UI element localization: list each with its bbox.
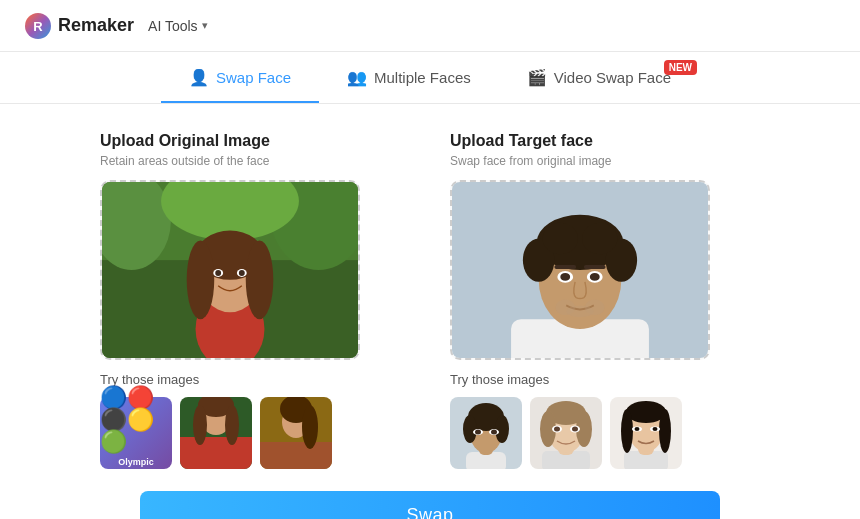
svg-point-11 — [187, 240, 215, 319]
svg-point-22 — [193, 405, 207, 445]
target-upload-section: Upload Target face Swap face from origin… — [450, 132, 760, 469]
svg-rect-25 — [260, 442, 332, 469]
original-upload-box[interactable] — [100, 180, 360, 360]
target-upload-subtitle: Swap face from original image — [450, 154, 760, 168]
olympic-label: Olympicimages — [118, 457, 154, 479]
video-icon: 🎬 — [527, 68, 547, 87]
sample-original-2[interactable] — [260, 397, 332, 469]
sample-target-photo-2 — [530, 397, 602, 469]
original-upload-section: Upload Original Image Retain areas outsi… — [100, 132, 410, 469]
svg-point-38 — [582, 223, 617, 255]
svg-point-43 — [560, 273, 570, 281]
logo-icon: R — [24, 12, 52, 40]
tab-video-swap-face[interactable]: 🎬 Video Swap Face NEW — [499, 52, 699, 103]
sample-target-1[interactable] — [450, 397, 522, 469]
svg-point-37 — [543, 223, 578, 255]
olympic-images-thumb[interactable]: 🔵🔴⚫🟡🟢 Olympicimages — [100, 397, 172, 469]
target-upload-title: Upload Target face — [450, 132, 760, 150]
sample-original-1[interactable] — [180, 397, 252, 469]
sample-original-photo-1 — [180, 397, 252, 469]
svg-point-15 — [215, 270, 221, 276]
target-photo-preview — [452, 180, 708, 360]
svg-point-75 — [621, 409, 633, 453]
tab-swap-face-label: Swap Face — [216, 69, 291, 86]
tab-multiple-faces-label: Multiple Faces — [374, 69, 471, 86]
logo-area: R Remaker AI Tools ▾ — [24, 12, 216, 40]
svg-point-68 — [554, 427, 560, 432]
svg-rect-39 — [554, 265, 576, 269]
ai-tools-button[interactable]: AI Tools ▾ — [140, 14, 216, 38]
tab-video-swap-face-label: Video Swap Face — [554, 69, 671, 86]
ai-tools-label: AI Tools — [148, 18, 198, 34]
sample-images-left: 🔵🔴⚫🟡🟢 Olympicimages — [100, 397, 410, 469]
sample-target-3[interactable] — [610, 397, 682, 469]
svg-point-54 — [495, 415, 509, 443]
svg-point-79 — [635, 427, 640, 431]
multiple-faces-icon: 👥 — [347, 68, 367, 87]
tabs-bar: 👤 Swap Face 👥 Multiple Faces 🎬 Video Swa… — [0, 52, 860, 104]
original-upload-title: Upload Original Image — [100, 132, 410, 150]
header: R Remaker AI Tools ▾ — [0, 0, 860, 52]
main-content: Upload Original Image Retain areas outsi… — [0, 104, 860, 469]
svg-rect-40 — [584, 265, 606, 269]
svg-point-53 — [463, 415, 477, 443]
sample-target-photo-1 — [450, 397, 522, 469]
sample-target-2[interactable] — [530, 397, 602, 469]
svg-point-29 — [302, 405, 318, 449]
svg-point-47 — [566, 305, 594, 317]
svg-point-23 — [225, 405, 239, 445]
svg-point-69 — [572, 427, 578, 432]
svg-text:R: R — [33, 19, 43, 34]
tab-multiple-faces[interactable]: 👥 Multiple Faces — [319, 52, 499, 103]
svg-point-76 — [659, 409, 671, 453]
sample-target-photo-3 — [610, 397, 682, 469]
svg-point-80 — [653, 427, 658, 431]
tab-swap-face[interactable]: 👤 Swap Face — [161, 52, 319, 103]
original-upload-subtitle: Retain areas outside of the face — [100, 154, 410, 168]
olympic-rings-icon: 🔵🔴⚫🟡🟢 — [100, 387, 172, 453]
svg-rect-18 — [180, 437, 252, 469]
swap-face-icon: 👤 — [189, 68, 209, 87]
chevron-down-icon: ▾ — [202, 19, 208, 32]
sample-images-right — [450, 397, 760, 469]
target-upload-box[interactable] — [450, 180, 710, 360]
sample-original-photo-2 — [260, 397, 332, 469]
svg-point-12 — [246, 240, 274, 319]
original-photo-preview — [102, 180, 358, 360]
try-label-right: Try those images — [450, 372, 760, 387]
logo-name: Remaker — [58, 15, 134, 36]
new-badge: NEW — [664, 60, 697, 75]
svg-point-16 — [239, 270, 245, 276]
svg-point-58 — [491, 430, 497, 435]
svg-point-57 — [475, 430, 481, 435]
svg-point-44 — [590, 273, 600, 281]
swap-button[interactable]: Swap — [140, 491, 720, 519]
